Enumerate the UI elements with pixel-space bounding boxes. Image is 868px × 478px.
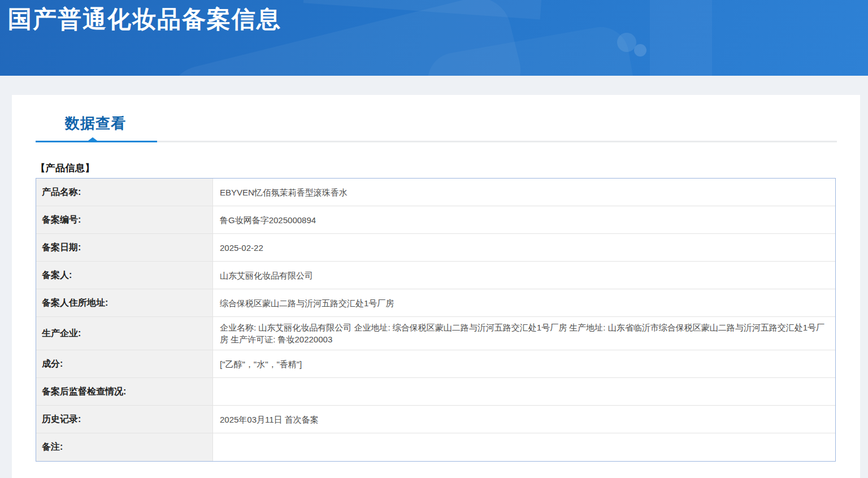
table-row-remarks: 备注: <box>36 433 835 461</box>
tab-data-view[interactable]: 数据查看 <box>65 115 126 131</box>
table-row-filing-person-address: 备案人住所地址: 综合保税区蒙山二路与沂河五路交汇处1号厂房 <box>36 289 835 317</box>
row-label: 生产企业: <box>36 317 213 350</box>
row-value: 鲁G妆网备字2025000894 <box>213 206 835 233</box>
row-value: 山东艾丽化妆品有限公司 <box>213 262 835 289</box>
table-row-filing-number: 备案编号: 鲁G妆网备字2025000894 <box>36 206 835 234</box>
tab-bar: 数据查看 <box>36 115 836 142</box>
row-label: 历史记录: <box>36 406 213 433</box>
active-tab-arrow-icon <box>88 137 97 141</box>
row-label: 备案人住所地址: <box>36 289 213 316</box>
active-tab-underline <box>36 141 157 142</box>
row-value: ["乙醇"，"水"，"香精"] <box>213 350 835 377</box>
row-value: EBYVEN忆佰氛茉莉香型滚珠香水 <box>213 179 835 206</box>
table-row-product-name: 产品名称: EBYVEN忆佰氛茉莉香型滚珠香水 <box>36 179 835 206</box>
row-label: 产品名称: <box>36 179 213 206</box>
table-row-history: 历史记录: 2025年03月11日 首次备案 <box>36 406 835 433</box>
table-row-filing-date: 备案日期: 2025-02-22 <box>36 234 835 262</box>
tab-divider-line <box>36 141 837 142</box>
table-row-filing-person: 备案人: 山东艾丽化妆品有限公司 <box>36 262 835 289</box>
product-info-table: 产品名称: EBYVEN忆佰氛茉莉香型滚珠香水 备案编号: 鲁G妆网备字2025… <box>36 178 836 462</box>
section-title-product-info: 【产品信息】 <box>36 162 836 175</box>
row-value: 企业名称: 山东艾丽化妆品有限公司 企业地址: 综合保税区蒙山二路与沂河五路交汇… <box>213 317 835 350</box>
page-header: 国产普通化妆品备案信息 <box>0 0 868 76</box>
page-title: 国产普通化妆品备案信息 <box>0 0 868 32</box>
decorative-circle <box>634 44 646 57</box>
content-card: 数据查看 【产品信息】 产品名称: EBYVEN忆佰氛茉莉香型滚珠香水 备案编号… <box>12 95 860 478</box>
row-value: 2025年03月11日 首次备案 <box>213 406 835 433</box>
row-label: 成分: <box>36 350 213 377</box>
row-value <box>213 378 835 405</box>
row-value: 2025-02-22 <box>213 234 835 261</box>
row-value <box>213 433 835 461</box>
row-label: 备案人: <box>36 262 213 289</box>
table-row-manufacturer: 生产企业: 企业名称: 山东艾丽化妆品有限公司 企业地址: 综合保税区蒙山二路与… <box>36 317 835 350</box>
row-label: 备案编号: <box>36 206 213 233</box>
row-label: 备案后监督检查情况: <box>36 378 213 405</box>
table-row-post-filing-inspection: 备案后监督检查情况: <box>36 378 835 406</box>
table-row-ingredients: 成分: ["乙醇"，"水"，"香精"] <box>36 350 835 378</box>
row-label: 备案日期: <box>36 234 213 261</box>
decorative-circle <box>617 33 636 52</box>
row-value: 综合保税区蒙山二路与沂河五路交汇处1号厂房 <box>213 289 835 316</box>
row-label: 备注: <box>36 433 213 461</box>
